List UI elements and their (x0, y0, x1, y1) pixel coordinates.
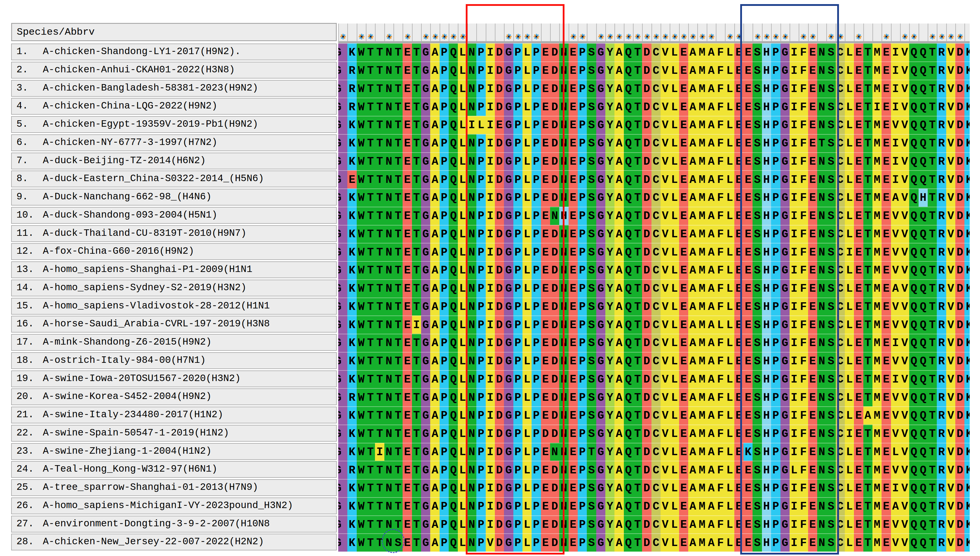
residue-cell-r11-c26[interactable]: P (578, 225, 587, 243)
residue-cell-r4-c52[interactable]: N (817, 98, 826, 116)
residue-cell-r16-c4[interactable]: T (375, 315, 384, 334)
residue-cell-r7-c37[interactable]: E (679, 152, 688, 171)
residue-cell-r10-c49[interactable]: I (790, 207, 799, 225)
residue-cell-r6-c49[interactable]: I (790, 134, 799, 152)
residue-cell-r8-c36[interactable]: L (670, 170, 679, 189)
residue-cell-r24-c3[interactable]: T (366, 461, 375, 479)
residue-cell-r2-c32[interactable]: T (633, 61, 642, 80)
residue-cell-r2-c26[interactable]: P (578, 61, 587, 80)
residue-cell-r13-c59[interactable]: E (882, 261, 891, 279)
residue-cell-r12-c11[interactable]: P (440, 243, 449, 261)
residue-cell-r19-c30[interactable]: A (614, 370, 624, 388)
residue-cell-r4-c39[interactable]: M (697, 98, 706, 116)
residue-cell-r28-c46[interactable]: H (762, 533, 771, 551)
residue-cell-r7-c33[interactable]: D (642, 152, 651, 171)
residue-cell-r24-c2[interactable]: W (357, 461, 366, 479)
residue-cell-r13-c21[interactable]: P (532, 261, 541, 279)
residue-cell-r6-c51[interactable]: E (808, 134, 817, 152)
residue-cell-r3-c14[interactable]: N (467, 80, 476, 98)
residue-cell-r4-c35[interactable]: V (661, 98, 670, 116)
residue-cell-r15-c31[interactable]: Q (624, 297, 633, 316)
residue-cell-r17-c48[interactable]: G (780, 334, 790, 352)
residue-cell-r27-c63[interactable]: Q (919, 516, 928, 533)
residue-cell-r19-c28[interactable]: G (596, 370, 605, 388)
residue-cell-r3-c10[interactable]: A (430, 80, 439, 98)
residue-cell-r15-c9[interactable]: G (421, 297, 430, 316)
residue-cell-r11-c12[interactable]: Q (449, 225, 458, 243)
residue-cell-r2-c0[interactable]: G (338, 61, 347, 80)
residue-cell-r24-c52[interactable]: N (817, 461, 826, 479)
residue-cell-r22-c63[interactable]: Q (919, 425, 928, 443)
residue-cell-r5-c11[interactable]: P (440, 116, 449, 134)
residue-cell-r7-c60[interactable]: I (891, 152, 900, 171)
residue-cell-r28-c34[interactable]: C (651, 533, 661, 551)
residue-cell-r14-c65[interactable]: R (937, 279, 946, 297)
residue-cell-r14-c25[interactable]: E (569, 279, 578, 297)
species-row-15[interactable]: 15. A-homo_sapiens-Vladivostok-28-2012(H… (11, 298, 337, 315)
residue-cell-r10-c24[interactable]: H (559, 207, 568, 225)
residue-cell-r23-c6[interactable]: T (393, 443, 403, 461)
residue-cell-r3-c45[interactable]: S (753, 80, 762, 98)
residue-cell-r24-c32[interactable]: T (633, 461, 642, 479)
residue-cell-r4-c36[interactable]: L (670, 98, 679, 116)
residue-cell-r1-c49[interactable]: I (790, 43, 799, 61)
residue-cell-r8-c0[interactable]: G (338, 170, 347, 189)
residue-cell-r17-c22[interactable]: E (541, 334, 550, 352)
residue-cell-r20-c17[interactable]: D (495, 388, 504, 406)
residue-cell-r8-c66[interactable]: V (946, 170, 955, 189)
residue-cell-r5-c0[interactable]: G (338, 116, 347, 134)
residue-cell-r10-c32[interactable]: T (633, 207, 642, 225)
residue-cell-r14-c7[interactable]: E (403, 279, 412, 297)
residue-cell-r4-c27[interactable]: S (587, 98, 596, 116)
residue-cell-r28-c38[interactable]: A (688, 533, 697, 551)
residue-cell-r14-c27[interactable]: S (587, 279, 596, 297)
residue-cell-r26-c0[interactable]: G (338, 497, 347, 516)
residue-cell-r28-c48[interactable]: G (780, 533, 790, 551)
residue-cell-r27-c0[interactable]: G (338, 516, 347, 533)
species-row-5[interactable]: 5. A-chicken-Egypt-19359V-2019-Pb1(H9N2) (11, 116, 337, 133)
residue-cell-r9-c46[interactable]: H (762, 189, 771, 207)
residue-cell-r14-c56[interactable]: E (854, 279, 863, 297)
residue-cell-r15-c16[interactable]: I (486, 297, 495, 316)
residue-cell-r1-c47[interactable]: P (771, 43, 780, 61)
residue-cell-r15-c67[interactable]: D (955, 297, 964, 316)
residue-cell-r7-c7[interactable]: E (403, 152, 412, 171)
residue-cell-r26-c13[interactable]: L (458, 497, 467, 516)
residue-cell-r18-c37[interactable]: E (679, 352, 688, 370)
residue-cell-r22-c17[interactable]: D (495, 425, 504, 443)
residue-cell-r18-c45[interactable]: S (753, 352, 762, 370)
residue-cell-r9-c26[interactable]: P (578, 189, 587, 207)
residue-cell-r8-c23[interactable]: D (550, 170, 559, 189)
species-row-28[interactable]: 28. A-chicken-New_Jersey-22-007-2022(H2N… (11, 533, 337, 550)
residue-cell-r25-c0[interactable]: G (338, 479, 347, 497)
residue-cell-r3-c59[interactable]: E (882, 80, 891, 98)
residue-cell-r14-c50[interactable]: F (799, 279, 808, 297)
residue-cell-r5-c45[interactable]: S (753, 116, 762, 134)
residue-cell-r2-c37[interactable]: E (679, 61, 688, 80)
residue-cell-r11-c25[interactable]: E (569, 225, 578, 243)
residue-cell-r2-c15[interactable]: P (476, 61, 485, 80)
residue-cell-r10-c15[interactable]: P (476, 207, 485, 225)
residue-cell-r5-c50[interactable]: F (799, 116, 808, 134)
residue-cell-r15-c45[interactable]: S (753, 297, 762, 316)
residue-cell-r13-c41[interactable]: F (716, 261, 725, 279)
residue-cell-r3-c64[interactable]: T (928, 80, 937, 98)
residue-cell-r22-c24[interactable]: N (559, 425, 568, 443)
residue-cell-r5-c37[interactable]: E (679, 116, 688, 134)
residue-cell-r27-c47[interactable]: P (771, 516, 780, 533)
residue-cell-r18-c59[interactable]: E (882, 352, 891, 370)
residue-cell-r5-c48[interactable]: G (780, 116, 790, 134)
residue-cell-r26-c9[interactable]: G (421, 497, 430, 516)
residue-cell-r27-c1[interactable]: K (347, 516, 356, 533)
residue-cell-r12-c61[interactable]: V (900, 243, 909, 261)
residue-cell-r1-c44[interactable]: E (743, 43, 753, 61)
residue-cell-r7-c67[interactable]: D (955, 152, 964, 171)
residue-cell-r23-c19[interactable]: P (513, 443, 522, 461)
residue-cell-r20-c28[interactable]: G (596, 388, 605, 406)
residue-cell-r11-c63[interactable]: Q (919, 225, 928, 243)
residue-cell-r28-c11[interactable]: P (440, 533, 449, 551)
residue-cell-r15-c36[interactable]: L (670, 297, 679, 316)
residue-cell-r3-c53[interactable]: S (826, 80, 835, 98)
residue-cell-r1-c26[interactable]: P (578, 43, 587, 61)
residue-cell-r27-c22[interactable]: E (541, 516, 550, 533)
